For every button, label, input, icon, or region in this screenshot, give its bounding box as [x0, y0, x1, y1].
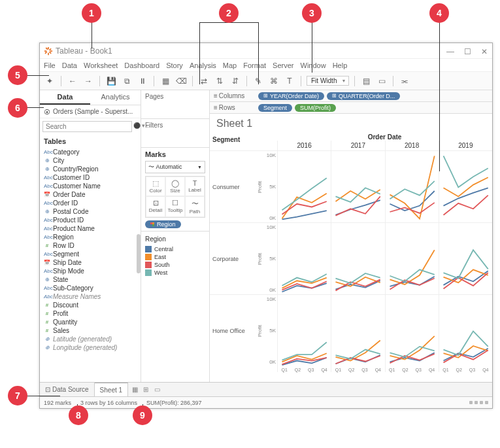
field-row-id[interactable]: #Row ID	[41, 241, 139, 250]
chart-cell[interactable]	[277, 222, 331, 294]
save-icon[interactable]: 💾	[105, 75, 117, 87]
minimize-button[interactable]: —	[446, 47, 454, 55]
redo-icon[interactable]: →	[82, 75, 94, 87]
pill-segment[interactable]: Segment	[258, 104, 292, 112]
search-input[interactable]	[42, 121, 132, 132]
viz-area[interactable]: Segment Order Date 2016201720182019 Cons…	[210, 133, 492, 382]
search-find-icon[interactable]: ⌕	[146, 122, 150, 131]
pill-year[interactable]: ⊞YEAR(Order Date)	[258, 92, 324, 100]
field-region[interactable]: AbcRegion	[41, 233, 139, 241]
share-icon[interactable]: ⫘	[399, 75, 410, 87]
chart-cell[interactable]	[385, 294, 439, 366]
mark-label[interactable]: TLabel	[185, 177, 205, 196]
legend-item-east[interactable]: East	[145, 253, 205, 261]
menu-server[interactable]: Server	[273, 61, 293, 69]
chart-cell[interactable]	[439, 222, 492, 294]
new-dashboard-icon[interactable]: ⊞	[143, 386, 150, 393]
field-product-id[interactable]: AbcProduct ID	[41, 216, 139, 224]
field-customer-id[interactable]: AbcCustomer ID	[41, 173, 139, 182]
group-icon[interactable]: ⌘	[268, 75, 280, 87]
pause-icon[interactable]: ⏸	[137, 75, 148, 87]
tab-sheet1[interactable]: Sheet 1	[95, 383, 128, 396]
menu-worksheet[interactable]: Worksheet	[84, 61, 118, 69]
legend-item-central[interactable]: Central	[145, 245, 205, 253]
field-measure-names[interactable]: AbcMeasure Names	[41, 292, 139, 301]
maximize-button[interactable]: ☐	[463, 47, 471, 55]
fit-selector[interactable]: Fit Width	[307, 76, 349, 86]
chart-cell[interactable]	[439, 150, 492, 222]
field-quantity[interactable]: #Quantity	[41, 318, 139, 326]
field-customer-name[interactable]: AbcCustomer Name	[41, 182, 139, 190]
undo-icon[interactable]: ←	[67, 75, 78, 87]
field-country-region[interactable]: ⊕Country/Region	[41, 165, 139, 173]
field-city[interactable]: ⊕City	[41, 156, 139, 165]
field-latitude-generated-[interactable]: ⊕Latitude (generated)	[41, 335, 139, 343]
chart-cell[interactable]	[331, 150, 384, 222]
chart-cell[interactable]	[439, 294, 492, 366]
field-category[interactable]: AbcCategory	[41, 148, 139, 156]
menu-format[interactable]: Format	[243, 61, 266, 69]
field-discount[interactable]: #Discount	[41, 301, 139, 309]
field-sales[interactable]: #Sales	[41, 326, 139, 335]
menu-data[interactable]: Data	[62, 61, 77, 69]
pages-shelf[interactable]: Pages	[141, 90, 209, 119]
tableau-icon[interactable]: ✦	[44, 75, 56, 87]
pill-quarter[interactable]: ⊞QUARTER(Order D...	[327, 92, 400, 100]
field-segment[interactable]: AbcSegment	[41, 250, 139, 258]
field-list[interactable]: AbcCategory⊕City⊕Country/RegionAbcCustom…	[40, 148, 141, 382]
chart-cell[interactable]	[385, 222, 439, 294]
scrollbar-thumb[interactable]	[137, 234, 141, 273]
clear-icon[interactable]: ⌫	[175, 75, 187, 87]
tab-data[interactable]: Data	[40, 90, 90, 105]
field-postal-code[interactable]: ⊕Postal Code	[41, 207, 139, 216]
labels-icon[interactable]: T	[284, 75, 295, 87]
field-order-id[interactable]: AbcOrder ID	[41, 199, 139, 207]
mark-path[interactable]: 〜Path	[185, 196, 205, 217]
field-ship-mode[interactable]: AbcShip Mode	[41, 267, 139, 275]
mark-tooltip[interactable]: ☐Tooltip	[165, 196, 185, 217]
sort-asc-icon[interactable]: ⇅	[214, 75, 225, 87]
showme-icon[interactable]: ▤	[360, 75, 372, 87]
chart-cell[interactable]	[385, 150, 439, 222]
mark-pill-region[interactable]: Region	[145, 220, 181, 228]
menu-window[interactable]: Window	[301, 61, 326, 69]
filters-shelf[interactable]: Filters	[141, 119, 209, 148]
close-button[interactable]: ✕	[480, 47, 488, 55]
legend-item-south[interactable]: South	[145, 261, 205, 269]
mark-size[interactable]: ◯Size	[165, 177, 185, 196]
chart-cell[interactable]	[331, 222, 384, 294]
new-datasource-icon[interactable]: ⧉	[121, 75, 133, 87]
menu-help[interactable]: Help	[333, 61, 348, 69]
menu-analysis[interactable]: Analysis	[190, 61, 216, 69]
field-state[interactable]: ⊕State	[41, 275, 139, 284]
presentation-icon[interactable]: ▭	[376, 75, 388, 87]
menu-file[interactable]: File	[44, 61, 56, 69]
menu-dashboard[interactable]: Dashboard	[124, 61, 159, 69]
field-longitude-generated-[interactable]: ⊕Longitude (generated)	[41, 343, 139, 352]
chart-cell[interactable]	[331, 294, 384, 366]
field-sub-category[interactable]: AbcSub-Category	[41, 284, 139, 292]
legend-item-west[interactable]: West	[145, 269, 205, 277]
datasource-row[interactable]: ⦿ Orders (Sample - Superst...	[40, 105, 141, 118]
tab-analytics[interactable]: Analytics	[90, 90, 141, 105]
tab-data-source[interactable]: ⊡Data Source	[40, 383, 95, 396]
field-profit[interactable]: #Profit	[41, 309, 139, 318]
sheet-title[interactable]: Sheet 1	[210, 114, 492, 133]
new-worksheet-toolbar-icon[interactable]: ▦	[159, 75, 171, 87]
columns-shelf[interactable]: ≡Columns ⊞YEAR(Order Date) ⊞QUARTER(Orde…	[210, 90, 492, 102]
field-order-date[interactable]: 📅Order Date	[41, 190, 139, 199]
field-product-name[interactable]: AbcProduct Name	[41, 224, 139, 233]
new-worksheet-icon[interactable]: ▦	[132, 386, 139, 393]
field-ship-date[interactable]: 📅Ship Date	[41, 258, 139, 267]
chart-cell[interactable]	[277, 150, 331, 222]
mark-color[interactable]: ⬚Color	[146, 177, 165, 196]
rows-shelf[interactable]: ≡Rows Segment SUM(Profit)	[210, 102, 492, 114]
mark-detail[interactable]: ⊡Detail	[146, 196, 165, 217]
search-filter-icon[interactable]: ⚫	[133, 122, 141, 131]
search-dropdown-icon[interactable]: ▾	[142, 122, 145, 131]
mark-type-selector[interactable]: 〜 Automatic▼	[145, 161, 205, 173]
menu-story[interactable]: Story	[166, 61, 183, 69]
new-story-icon[interactable]: ▭	[154, 386, 161, 393]
pill-sum-profit[interactable]: SUM(Profit)	[295, 104, 336, 112]
sort-desc-icon[interactable]: ⇵	[229, 75, 241, 87]
